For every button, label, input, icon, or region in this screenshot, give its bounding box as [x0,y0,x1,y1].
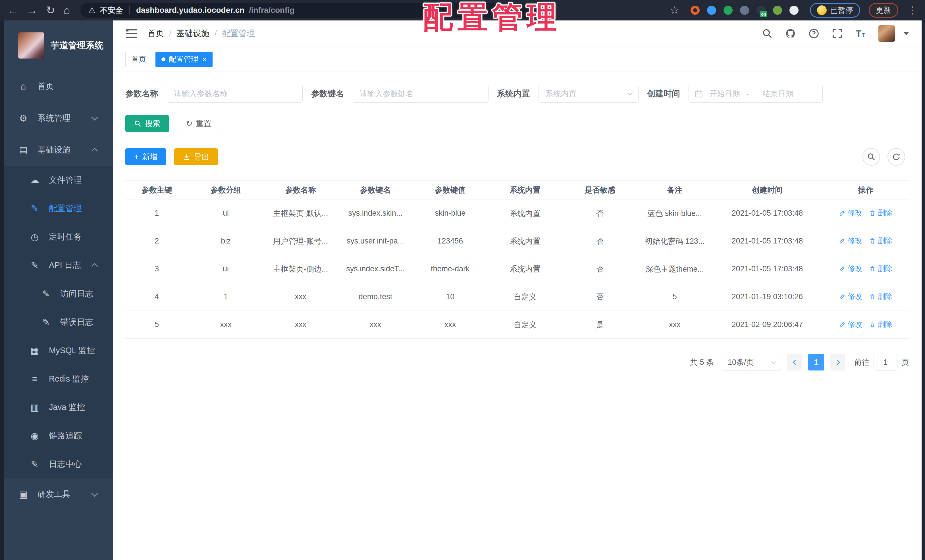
param-name-input[interactable] [167,85,303,102]
sidebar-item-job[interactable]: ◷定时任务 [4,223,113,251]
sidebar-item-redis[interactable]: ≡Redis 监控 [4,365,113,393]
table-actions-cell: 修改删除 [823,199,909,227]
delete-link[interactable]: 删除 [869,292,892,301]
browser-forward-icon[interactable]: → [27,5,38,16]
current-page-button[interactable]: 1 [808,354,824,370]
sidebar-item-dev-tools[interactable]: ▣研发工具 [4,479,113,510]
refresh-table-button[interactable] [887,148,905,166]
sidebar-item-log-center[interactable]: ✎日志中心 [4,450,113,479]
home-icon: ⌂ [17,81,30,92]
add-button[interactable]: + 新增 [125,148,166,166]
chevron-up-icon [92,263,98,269]
edit-link[interactable]: 修改 [839,236,862,246]
font-size-icon[interactable]: TT [855,28,866,39]
timer-icon: ◷ [29,232,41,242]
sidebar-item-config[interactable]: ✎配置管理 [4,194,113,223]
column-header: 参数分组 [188,181,263,199]
ext-blue-pin[interactable] [707,6,716,15]
paused-badge[interactable]: 已暂停 [810,3,860,18]
delete-link[interactable]: 删除 [869,263,892,274]
sidebar-item-label: 基础设施 [38,145,71,156]
table-cell: xxx [263,311,338,339]
page-size-select[interactable]: 10条/页 [722,354,781,370]
chevron-up-icon [92,148,98,154]
bookmark-star-icon[interactable]: ☆ [670,5,679,15]
avatar-caret-down-icon[interactable] [903,32,909,35]
edit-link[interactable]: 修改 [839,292,862,301]
prev-page-button[interactable] [787,354,802,370]
tags-view-bar: 首页 配置管理 × [113,47,922,72]
param-name-label: 参数名称 [125,88,158,99]
date-range-picker[interactable]: 开始日期 - 结束日期 [688,85,823,102]
search-button[interactable]: 搜索 [125,115,169,132]
export-button[interactable]: 导出 [174,148,218,166]
ext-white-puzzle[interactable] [789,6,798,15]
reset-button[interactable]: ↻ 重置 [177,115,220,132]
sidebar-item-java[interactable]: ▥Java 监控 [4,393,113,422]
sidebar-item-error-log[interactable]: ✎错误日志 [4,308,113,336]
tab-home[interactable]: 首页 [125,52,152,67]
not-secure-warning-icon: ⚠ [88,6,95,15]
fold-menu-icon[interactable] [125,28,138,39]
browser-back-icon[interactable]: ← [8,5,18,16]
sidebar-item-system[interactable]: ⚙系统管理 [4,102,113,134]
tab-config-active[interactable]: 配置管理 × [155,52,212,67]
sidebar-item-label: API 日志 [49,260,81,271]
param-key-input[interactable] [353,85,488,102]
edit-link[interactable]: 修改 [839,208,862,218]
tab-close-icon[interactable]: × [202,56,206,63]
svg-text:T: T [856,29,861,39]
logo-row[interactable]: 芋道管理系统 [4,21,113,71]
browser-home-icon[interactable]: ⌂ [64,5,70,16]
sidebar-item-trace[interactable]: ◉链路追踪 [4,422,113,450]
edit-link[interactable]: 修改 [839,319,862,329]
table-cell: sys.index.skin... [338,199,413,227]
delete-link[interactable]: 删除 [869,208,892,218]
github-icon[interactable] [785,28,796,39]
on-badge: on [760,11,767,17]
kebab-menu-icon[interactable]: ⋮ [907,4,917,16]
sidebar-item-infra[interactable]: ▤基础设施 [4,134,113,166]
app-frame: 芋道管理系统 ⌂首页⚙系统管理▤基础设施☁文件管理✎配置管理◷定时任务✎API … [0,21,925,560]
browser-reload-icon[interactable]: ↻ [46,5,55,16]
table-cell: 5 [637,283,712,311]
header-toolbar: TT [762,25,909,42]
breadcrumb-home[interactable]: 首页 [148,28,164,39]
table-cell: 深色主题theme... [637,255,712,283]
table-cell: 自定义 [488,283,562,311]
pagination: 共 5 条 10条/页 1 前往 页 [125,354,909,370]
sidebar-item-file[interactable]: ☁文件管理 [4,166,113,194]
table-cell: 是 [562,311,637,339]
fullscreen-icon[interactable] [832,28,842,39]
edit-link[interactable]: 修改 [839,263,862,274]
log-edit-icon: ✎ [40,288,52,299]
column-header: 参数主键 [125,181,188,199]
search-button-icon [134,120,142,127]
gear-icon: ⚙ [17,113,30,123]
ext-slate-tool[interactable] [740,6,749,15]
user-avatar[interactable] [878,25,895,42]
sidebar-item-mysql[interactable]: ▦MySQL 监控 [4,336,113,365]
help-icon[interactable] [809,28,819,39]
search-icon[interactable] [762,28,773,39]
system-builtin-select[interactable]: 系统内置 [538,85,639,102]
ext-green-check[interactable] [723,6,733,15]
breadcrumb-infra[interactable]: 基础设施 [176,28,209,39]
table-row: 41xxxdemo.test10自定义否52021-01-19 03:10:26… [125,283,909,311]
sidebar-item-home[interactable]: ⌂首页 [4,71,113,102]
table-cell: xxx [413,311,488,339]
goto-page-input[interactable] [874,354,898,370]
ext-dark-on-badge[interactable]: on [756,6,765,15]
next-page-button[interactable] [830,354,845,370]
update-button[interactable]: 更新 [869,3,898,18]
ext-green-leaf[interactable] [773,6,782,15]
sidebar-item-api-log[interactable]: ✎API 日志 [4,251,113,280]
sidebar-item-access-log[interactable]: ✎访问日志 [4,280,113,308]
database-monitor-icon: ▦ [29,345,41,356]
ext-orange-ring[interactable] [690,6,700,15]
show-search-toggle-button[interactable] [862,148,880,166]
delete-link[interactable]: 删除 [869,319,892,329]
table-cell: xxx [188,311,263,339]
pagination-total: 共 5 条 [690,357,714,367]
delete-link[interactable]: 删除 [869,236,892,246]
